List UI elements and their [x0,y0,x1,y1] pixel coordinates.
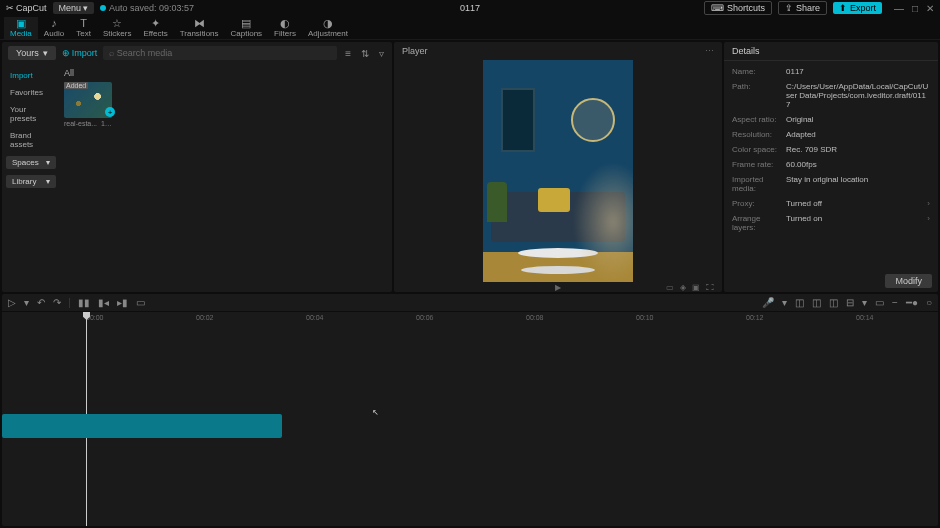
list-view-button[interactable]: ≡ [343,48,353,59]
preview-area[interactable] [394,60,722,282]
tab-adjustment[interactable]: ◑Adjustment [302,17,354,39]
spaces-dropdown[interactable]: Spaces▾ [6,156,56,169]
compare-button[interactable]: ▣ [692,283,700,292]
zoom-in-button[interactable]: ○ [926,297,932,308]
timeline-panel: ▷ ▾ ↶ ↷ ▮▮ ▮◂ ▸▮ ▭ 🎤 ▾ ◫ ◫ ◫ ⊟ ▾ ▭ − ━● … [2,294,938,526]
library-dropdown[interactable]: Library▾ [6,175,56,188]
audio-icon: ♪ [51,18,57,29]
sidebar-presets[interactable]: Your presets [2,102,60,126]
ruler-tick: 00:10 [636,314,654,321]
captions-icon: ▤ [241,18,251,29]
media-grid: All Added + real-esta..._1920.jpg [60,64,392,292]
export-button[interactable]: ⬆Export [833,2,882,14]
chevron-down-icon: ▾ [46,177,50,186]
text-icon: T [80,18,87,29]
tab-media[interactable]: ▣Media [4,17,38,39]
chevron-right-icon: › [927,199,930,208]
redo-button[interactable]: ↷ [53,297,61,308]
track-opt1[interactable]: ◫ [795,297,804,308]
quality-button[interactable]: ◈ [680,283,686,292]
voice-dropdown[interactable]: ▾ [782,297,787,308]
shortcuts-button[interactable]: ⌨Shortcuts [704,1,772,15]
trim-right-button[interactable]: ▸▮ [117,297,128,308]
effects-icon: ✦ [151,18,160,29]
sidebar-favorites[interactable]: Favorites [2,85,60,100]
tab-captions[interactable]: ▤Captions [225,17,269,39]
detail-aspect: Aspect ratio:Original [732,115,930,124]
snap-button[interactable]: ⊟ [846,297,854,308]
media-sidebar: Import Favorites Your presets Brand asse… [2,64,60,292]
close-button[interactable]: ✕ [926,3,934,14]
add-media-button[interactable]: + [105,107,115,117]
tab-stickers[interactable]: ☆Stickers [97,17,137,39]
ratio-button[interactable]: ▭ [666,283,674,292]
plus-icon: ⊕ [62,48,70,58]
transitions-icon: ⧓ [194,18,205,29]
filters-icon: ◐ [280,18,290,29]
timeline-ruler[interactable]: 00:00 00:02 00:04 00:06 00:08 00:10 00:1… [2,312,938,326]
fullscreen-button[interactable]: ⛶ [706,283,714,292]
track-opt2[interactable]: ◫ [812,297,821,308]
preview-button[interactable]: ▭ [875,297,884,308]
track-opt3[interactable]: ◫ [829,297,838,308]
tab-effects[interactable]: ✦Effects [137,17,173,39]
autosave-dot-icon [100,5,106,11]
media-panel: Yours▾ ⊕Import ⌕ Search media ≡ ⇅ ▿ Impo… [2,42,392,292]
sidebar-brand[interactable]: Brand assets [2,128,60,152]
maximize-button[interactable]: □ [912,3,918,14]
player-label: Player [402,46,428,56]
tab-audio[interactable]: ♪Audio [38,17,70,39]
autosave-status: Auto saved: 09:03:57 [100,3,194,13]
details-panel: Details Name:0117 Path:C:/Users/User/App… [724,42,938,292]
timeline-clip[interactable] [2,414,282,438]
player-menu-button[interactable]: ⋯ [705,46,714,56]
thumbnail-filename: real-esta..._1920.jpg [64,120,112,127]
ruler-tick: 00:04 [306,314,324,321]
detail-name: Name:0117 [732,67,930,76]
search-input[interactable]: ⌕ Search media [103,46,337,60]
ruler-tick: 00:14 [856,314,874,321]
yours-dropdown[interactable]: Yours▾ [8,46,56,60]
sort-button[interactable]: ⇅ [359,48,371,59]
detail-layers[interactable]: Arrange layers:Turned on› [732,214,930,232]
sidebar-import[interactable]: Import [2,68,60,83]
import-button[interactable]: ⊕Import [62,48,98,58]
pointer-dropdown[interactable]: ▾ [24,297,29,308]
link-dropdown[interactable]: ▾ [862,297,867,308]
detail-proxy[interactable]: Proxy:Turned off› [732,199,930,208]
trim-left-button[interactable]: ▮◂ [98,297,109,308]
timeline-tracks[interactable]: ⊟ 🔒 👁 🔇 ✎Cover ↖ [2,326,938,526]
pointer-tool[interactable]: ▷ [8,297,16,308]
minimize-button[interactable]: — [894,3,904,14]
tab-text[interactable]: TText [70,17,97,39]
tab-transitions[interactable]: ⧓Transitions [174,17,225,39]
keyboard-icon: ⌨ [711,3,724,13]
tab-filters[interactable]: ◐Filters [268,17,302,39]
project-title: 0117 [460,3,480,13]
added-badge: Added [64,82,88,89]
play-button[interactable]: ▶ [555,283,561,292]
ruler-tick: 00:08 [526,314,544,321]
zoom-out-button[interactable]: − [892,297,898,308]
split-button[interactable]: ▮▮ [78,297,90,308]
export-icon: ⬆ [839,3,847,13]
player-panel: Player⋯ ▶ ▭ ◈ ▣ ⛶ [394,42,722,292]
share-button[interactable]: ⇪Share [778,1,827,15]
filter-button[interactable]: ▿ [377,48,386,59]
mic-button[interactable]: 🎤 [762,297,774,308]
detail-path: Path:C:/Users/User/AppData/Local/CapCut/… [732,82,930,109]
menu-button[interactable]: Menu▾ [53,2,95,14]
stickers-icon: ☆ [112,18,122,29]
undo-button[interactable]: ↶ [37,297,45,308]
media-icon: ▣ [16,18,26,29]
adjustment-icon: ◑ [323,18,333,29]
zoom-slider[interactable]: ━● [906,297,918,308]
media-thumbnail[interactable]: Added + real-esta..._1920.jpg [64,82,112,127]
details-header: Details [724,42,938,61]
ruler-tick: 00:02 [196,314,214,321]
modify-button[interactable]: Modify [885,274,932,288]
delete-button[interactable]: ▭ [136,297,145,308]
detail-colorspace: Color space:Rec. 709 SDR [732,145,930,154]
ruler-tick: 00:06 [416,314,434,321]
titlebar: ✂CapCut Menu▾ Auto saved: 09:03:57 0117 … [0,0,940,16]
